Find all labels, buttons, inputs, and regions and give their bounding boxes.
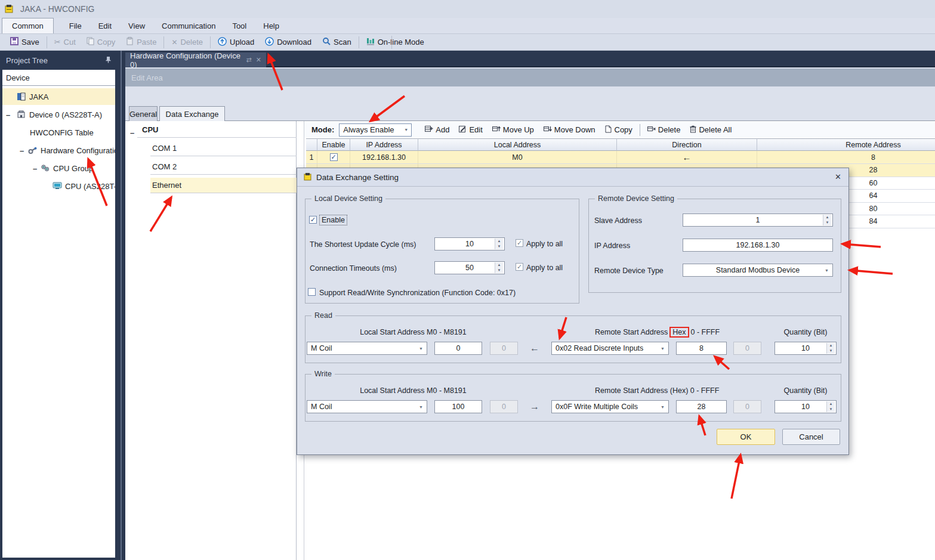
enable-cell[interactable] xyxy=(317,151,350,164)
write-remote-start-label: Remote Start Address (Hex) 0 - FFFF xyxy=(595,386,719,395)
enable-checkbox[interactable] xyxy=(309,216,317,224)
collapse-expander[interactable]: – xyxy=(6,110,10,119)
config-tab-strip xyxy=(125,104,935,121)
add-button[interactable]: Add xyxy=(420,123,454,137)
delete-icon: ✕ xyxy=(171,38,177,47)
menu-communication[interactable]: Communication xyxy=(153,18,224,33)
copy-row-button[interactable]: Copy xyxy=(600,123,637,137)
enable-label: Enable xyxy=(320,215,347,225)
header-remote-address[interactable]: Remote Address xyxy=(757,138,935,151)
local-device-setting-group: Local Device Setting xyxy=(305,199,579,304)
apply-to-all-checkbox[interactable] xyxy=(516,263,523,271)
paste-button[interactable]: Paste xyxy=(121,35,162,49)
read-quantity-input[interactable]: 10 xyxy=(774,342,837,355)
menu-common[interactable]: Common xyxy=(2,18,54,33)
tab-data-exchange[interactable]: Data Exchange xyxy=(159,106,225,121)
remote-device-type-label: Remote Device Type xyxy=(594,267,664,275)
cancel-button[interactable]: Cancel xyxy=(782,429,840,445)
tree-item-device0[interactable]: – Device 0 (AS228T-A) xyxy=(2,106,115,123)
tree-root-device[interactable]: Device xyxy=(2,70,115,86)
online-mode-button[interactable]: On-line Mode xyxy=(361,35,430,49)
edit-button[interactable]: Edit xyxy=(454,123,487,137)
write-area-select[interactable]: M Coil xyxy=(307,400,427,413)
write-function-select[interactable]: 0x0F Write Multiple Coils xyxy=(551,400,669,413)
upload-button[interactable]: Upload xyxy=(212,35,260,49)
document-tab[interactable]: Hardware Configuration (Device 0) ⇄ ✕ xyxy=(125,52,266,67)
apply-to-all-label: Apply to all xyxy=(526,264,563,272)
project-tree-header: Project Tree xyxy=(0,51,118,70)
dock-icon[interactable]: ⇄ xyxy=(246,56,252,64)
dialog-title-bar[interactable]: Data Exchange Setting ✕ xyxy=(297,168,848,187)
read-area-select[interactable]: M Coil xyxy=(307,342,427,355)
online-mode-icon xyxy=(366,37,375,47)
panel-divider[interactable] xyxy=(118,51,125,560)
mode-select[interactable]: Always Enable ▼ xyxy=(339,123,412,137)
table-row[interactable]: 1 192.168.1.30 M0 ← 8 xyxy=(306,151,935,164)
book-icon xyxy=(17,92,26,101)
remote-device-type-select[interactable]: Standard Modbus Device xyxy=(683,264,833,277)
header-enable[interactable]: Enable xyxy=(317,138,350,151)
cpu-tree-com1[interactable]: COM 1 xyxy=(150,141,297,156)
enable-checkbox[interactable] xyxy=(330,153,338,161)
cut-button[interactable]: ✂ Cut xyxy=(49,35,81,49)
edit-area-bar: Edit Area xyxy=(125,69,935,86)
ip-address-input[interactable]: 192.168.1.30 xyxy=(683,239,833,252)
menu-edit[interactable]: Edit xyxy=(90,18,120,33)
timeout-input[interactable]: 50 xyxy=(434,261,505,274)
write-local-aux-input: 0 xyxy=(490,400,518,413)
ip-cell[interactable]: 192.168.1.30 xyxy=(350,151,418,164)
move-up-button[interactable]: Move Up xyxy=(487,123,539,137)
edit-area-toolbar xyxy=(125,86,935,104)
copy-button[interactable]: Copy xyxy=(81,35,121,49)
remote-address-cell[interactable]: 8 xyxy=(757,151,935,164)
project-tree-body: Device JAKA – Device 0 (AS228T-A) HWCONF… xyxy=(2,70,115,558)
ok-button[interactable]: OK xyxy=(717,429,775,445)
hex-annotation-box: Hex xyxy=(669,327,689,338)
close-icon[interactable]: ✕ xyxy=(835,172,841,181)
write-remote-start-input[interactable]: 28 xyxy=(676,400,727,413)
slave-address-input[interactable]: 1 xyxy=(683,214,833,227)
monitor-icon xyxy=(53,182,62,190)
header-ip-address[interactable]: IP Address xyxy=(350,138,418,151)
menu-view[interactable]: View xyxy=(120,18,153,33)
local-address-cell[interactable]: M0 xyxy=(418,151,617,164)
read-remote-start-label: Remote Start Address Hex 0 - FFFF xyxy=(595,327,720,338)
pin-icon[interactable] xyxy=(105,56,112,65)
tree-item-jaka[interactable]: JAKA xyxy=(2,88,115,105)
delete-button[interactable]: ✕ Delete xyxy=(166,35,208,49)
delete-row-button[interactable]: Delete xyxy=(643,123,686,137)
write-local-start-input[interactable]: 100 xyxy=(434,400,482,413)
update-cycle-input[interactable]: 10 xyxy=(434,237,505,250)
collapse-expander[interactable]: – xyxy=(33,164,37,173)
cpu-tree-root[interactable]: CPU xyxy=(137,122,297,138)
tree-item-cpu[interactable]: CPU (AS228T-A) xyxy=(2,178,115,194)
menu-bar: Common File Edit View Communication Tool… xyxy=(0,18,935,34)
tab-general[interactable]: General xyxy=(129,106,158,121)
header-direction[interactable]: Direction xyxy=(617,138,757,151)
scan-button[interactable]: Scan xyxy=(317,35,357,49)
menu-file[interactable]: File xyxy=(61,18,90,33)
cpu-tree-ethernet[interactable]: Ethernet xyxy=(150,178,297,193)
read-function-select[interactable]: 0x02 Read Discrete Inputs xyxy=(551,342,669,355)
collapse-expander[interactable]: – xyxy=(130,128,134,137)
tree-item-hardware-configuration[interactable]: – Hardware Configuration xyxy=(2,142,115,159)
apply-to-all-checkbox[interactable] xyxy=(516,239,523,247)
save-button[interactable]: Save xyxy=(5,35,45,49)
move-down-button[interactable]: Move Down xyxy=(539,123,600,137)
header-local-address[interactable]: Local Address xyxy=(418,138,617,151)
collapse-expander[interactable]: – xyxy=(20,146,24,155)
tree-item-hwconfig-table[interactable]: HWCONFIG Table xyxy=(2,124,115,141)
read-local-start-input[interactable]: 0 xyxy=(434,342,482,355)
delete-all-button[interactable]: Delete All xyxy=(685,123,736,137)
download-button[interactable]: Download xyxy=(260,35,317,49)
sync-checkbox[interactable] xyxy=(308,288,316,296)
direction-cell[interactable]: ← xyxy=(617,151,757,164)
write-quantity-input[interactable]: 10 xyxy=(774,400,837,413)
close-icon[interactable]: ✕ xyxy=(256,56,261,64)
menu-tool[interactable]: Tool xyxy=(224,18,255,33)
menu-help[interactable]: Help xyxy=(255,18,288,33)
read-remote-start-input[interactable]: 8 xyxy=(676,342,727,355)
cpu-tree-com2[interactable]: COM 2 xyxy=(150,159,297,175)
tree-item-cpu-group[interactable]: – CPU Group xyxy=(2,160,115,177)
document-tab-label: Hardware Configuration (Device 0) xyxy=(130,51,242,69)
